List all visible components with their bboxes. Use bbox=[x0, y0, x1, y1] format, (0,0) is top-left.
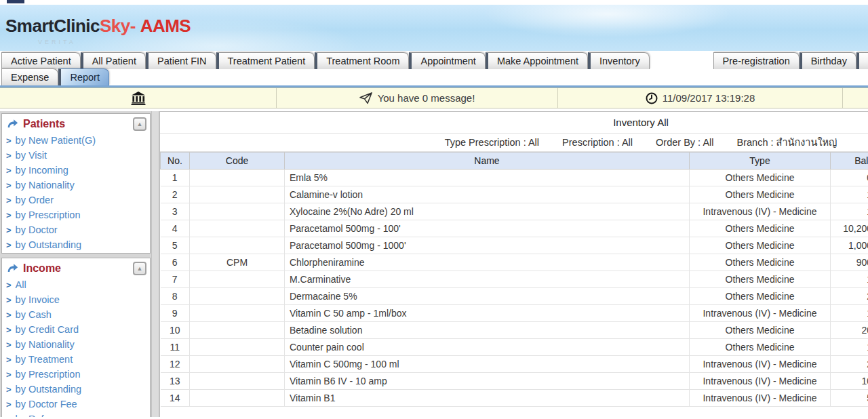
sidebar-item[interactable]: > by Credit Card bbox=[2, 323, 150, 338]
inventory-row[interactable]: 11 Counter pain cool Others Medicine 1 bbox=[161, 339, 868, 356]
chevron-right-icon: > bbox=[6, 384, 12, 395]
cell-code bbox=[190, 203, 285, 220]
sidebar-item[interactable]: > by Referrer bbox=[2, 412, 150, 417]
main-tab[interactable]: Treatment Room bbox=[315, 52, 409, 69]
toolbar-message-cell[interactable]: You have 0 message! bbox=[277, 88, 558, 108]
cell-balance: 5 bbox=[831, 390, 868, 407]
collapse-up-icon[interactable]: ▲ bbox=[133, 262, 146, 275]
tab-report[interactable]: Report bbox=[58, 68, 109, 85]
cell-code bbox=[190, 169, 285, 186]
main-tab[interactable]: Active Patient bbox=[1, 52, 81, 69]
sidebar-item[interactable]: > by Outstanding bbox=[2, 238, 150, 253]
inventory-row[interactable]: 6 CPM Chlorpheniramine Others Medicine 9… bbox=[161, 254, 868, 271]
col-header-name[interactable]: Name bbox=[285, 153, 690, 169]
inventory-row[interactable]: 3 Xylocaine 2%(No Adre) 20 ml Intravenou… bbox=[161, 203, 868, 220]
sidebar-item-label: by Doctor Fee bbox=[16, 399, 77, 410]
inventory-row[interactable]: 4 Paracetamol 500mg - 100' Others Medici… bbox=[161, 220, 868, 237]
cell-no: 7 bbox=[161, 271, 190, 288]
chevron-right-icon: > bbox=[6, 240, 12, 250]
chevron-right-icon: > bbox=[6, 151, 12, 161]
inventory-row[interactable]: 12 Vitamin C 500mg - 100 ml Intravenous … bbox=[161, 356, 868, 373]
sidebar-item[interactable]: > by Nationality bbox=[2, 178, 150, 193]
col-header-balance[interactable]: Balance bbox=[831, 153, 868, 169]
cell-no: 12 bbox=[161, 356, 190, 373]
bank-icon[interactable] bbox=[131, 92, 146, 105]
sidebar-item[interactable]: > by Doctor bbox=[2, 223, 150, 238]
cell-no: 5 bbox=[161, 237, 190, 254]
sidebar-item[interactable]: > by New Patient(G) bbox=[2, 134, 150, 148]
inventory-row[interactable]: 7 M.Carminative Others Medicine 1 bbox=[161, 271, 868, 288]
cell-balance: 1 bbox=[831, 271, 868, 288]
cell-balance: 0 bbox=[831, 169, 868, 186]
sidebar-item[interactable]: > by Outstanding bbox=[2, 382, 150, 397]
sidebar-item[interactable]: > by Visit bbox=[2, 148, 150, 163]
inventory-row[interactable]: 9 Vitamin C 50 amp - 1ml/box Intravenous… bbox=[161, 305, 868, 322]
col-header-type[interactable]: Type bbox=[690, 153, 831, 169]
cell-type: Intravenous (IV) - Medicine bbox=[690, 305, 831, 322]
inventory-row[interactable]: 1 Emla 5% Others Medicine 0 bbox=[161, 169, 868, 186]
inventory-row[interactable]: 5 Paracetamol 500mg - 1000' Others Medic… bbox=[161, 237, 868, 254]
cell-balance: 900 bbox=[831, 254, 868, 271]
sidebar-item[interactable]: > by Nationality bbox=[2, 338, 150, 353]
main-tab[interactable]: All Patient bbox=[81, 52, 146, 69]
logo-sky: Sky- bbox=[100, 16, 136, 36]
cell-name: Emla 5% bbox=[285, 169, 690, 186]
chevron-right-icon: > bbox=[6, 355, 12, 365]
cell-name: Calamine-v lotion bbox=[285, 186, 690, 203]
inventory-row[interactable]: 13 Vitamin B6 IV - 10 amp Intravenous (I… bbox=[161, 373, 868, 390]
sidebar-item[interactable]: > All bbox=[2, 278, 150, 293]
inventory-row[interactable]: 10 Betadine solution Others Medicine 20 bbox=[161, 322, 868, 339]
col-header-code[interactable]: Code bbox=[190, 153, 285, 169]
main-tab[interactable]: Pre-registration bbox=[713, 52, 800, 69]
sidebar-item[interactable]: > by Invoice bbox=[2, 293, 150, 308]
cell-code bbox=[190, 322, 285, 339]
main-tab[interactable]: Treatment Patient bbox=[216, 52, 315, 69]
sidebar-item[interactable]: > by Order bbox=[2, 193, 150, 208]
paper-plane-icon bbox=[359, 92, 373, 104]
logo-smartclinic: SmartClinic bbox=[5, 16, 100, 36]
cell-type: Others Medicine bbox=[690, 169, 831, 186]
main-tab[interactable]: Make Appointment bbox=[486, 52, 588, 69]
sidebar-item[interactable]: > by Incoming bbox=[2, 163, 150, 178]
col-header-no[interactable]: No. bbox=[161, 153, 190, 169]
cell-type: Others Medicine bbox=[690, 186, 831, 203]
sidebar-item[interactable]: > by Prescription bbox=[2, 208, 150, 223]
cell-no: 4 bbox=[161, 220, 190, 237]
sub-tab-bar: Expense Report bbox=[0, 69, 868, 87]
report-filter-row: Type Prescription : All Prescription : A… bbox=[160, 134, 868, 152]
main-tab[interactable]: Patient FIN bbox=[146, 52, 216, 69]
cell-code bbox=[190, 373, 285, 390]
sidebar-item[interactable]: > by Prescription bbox=[2, 367, 150, 382]
sidebar-item[interactable]: > by Cash bbox=[2, 308, 150, 323]
inventory-header-row: No. Code Name Type Balance bbox=[161, 153, 868, 169]
cell-name: M.Carminative bbox=[285, 271, 690, 288]
main-tab[interactable]: M bbox=[856, 52, 868, 69]
chevron-right-icon: > bbox=[6, 370, 12, 380]
inventory-row[interactable]: 2 Calamine-v lotion Others Medicine 1 bbox=[161, 186, 868, 203]
report-panel: Inventory All Type Prescription : All Pr… bbox=[159, 111, 868, 417]
sidebar-splitter[interactable] bbox=[151, 111, 159, 417]
tab-expense[interactable]: Expense bbox=[1, 68, 58, 85]
cell-no: 6 bbox=[161, 254, 190, 271]
main-tab[interactable]: Inventory bbox=[588, 52, 650, 69]
sidebar-item[interactable]: > by Doctor Fee bbox=[2, 397, 150, 412]
cell-code bbox=[190, 390, 285, 407]
sidebar-item[interactable]: > by Treatment bbox=[2, 353, 150, 367]
cell-balance: 2 bbox=[831, 356, 868, 373]
sidebar-item-label: All bbox=[16, 279, 26, 290]
sidebar-item-label: by Outstanding bbox=[16, 384, 82, 395]
sidebar-item-label: by New Patient(G) bbox=[16, 135, 96, 146]
main-tab[interactable]: Birthday bbox=[800, 52, 856, 69]
section-header-income: Income ▲ bbox=[2, 258, 150, 278]
collapse-up-icon[interactable]: ▲ bbox=[133, 117, 146, 131]
report-filter: Type Prescription : All bbox=[445, 137, 539, 148]
curved-arrow-icon bbox=[7, 263, 18, 273]
app-logo: SmartClinicSky- AAMS bbox=[5, 16, 191, 37]
main-tab[interactable]: Appointment bbox=[409, 52, 485, 69]
inventory-row[interactable]: 14 Vitamin B1 Intravenous (IV) - Medicin… bbox=[161, 390, 868, 407]
inventory-row[interactable]: 8 Dermacaine 5% Others Medicine 2 bbox=[161, 288, 868, 305]
chevron-right-icon: > bbox=[6, 165, 12, 176]
app-header: SmartClinicSky- AAMS VERITA bbox=[0, 5, 868, 51]
tab-group-row2: Expense Report bbox=[1, 68, 109, 85]
section-title: Income bbox=[23, 262, 133, 275]
